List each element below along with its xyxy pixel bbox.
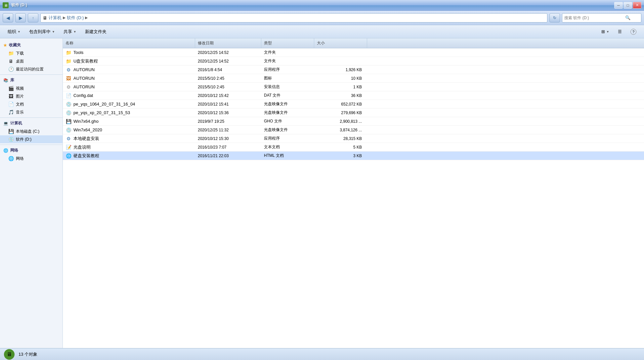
table-row[interactable]: 📁 U盘安装教程 2020/12/25 14:52 文件夹 [63, 57, 644, 66]
organize-label: 组织 [8, 29, 16, 35]
view-arrow: ▼ [606, 30, 609, 33]
file-date: 2020/12/25 14:52 [195, 59, 261, 64]
folder-icon-downloads: 📁 [8, 50, 14, 56]
file-name: Win7x64_2020 [73, 127, 102, 132]
music-icon: 🎵 [8, 109, 14, 115]
include-library-label: 包含到库中 [29, 29, 51, 35]
table-row[interactable]: 📄 Config.dat 2020/10/12 15:42 DAT 文件 36 … [63, 91, 644, 100]
table-row[interactable]: 📁 Tools 2020/12/25 14:52 文件夹 [63, 48, 644, 57]
sidebar-item-desktop[interactable]: 🖥 桌面 [0, 57, 63, 65]
file-list-body: 📁 Tools 2020/12/25 14:52 文件夹 📁 U盘安装教程 20… [63, 48, 644, 348]
back-button[interactable]: ◀ [3, 13, 13, 22]
table-row[interactable]: 💾 Win7x64.gho 2019/9/7 19:25 GHO 文件 2,90… [63, 117, 644, 126]
file-name-cell: 📝 光盘说明 [63, 144, 195, 150]
file-size: 10 KB [314, 76, 367, 81]
file-name: pe_yqs_xp_20_07_31_15_53 [73, 110, 130, 115]
sidebar-item-pictures[interactable]: 🖼 图片 [0, 92, 63, 100]
table-row[interactable]: 💿 Win7x64_2020 2020/12/25 11:32 光盘映像文件 3… [63, 126, 644, 134]
computer-icon: 🖥 [43, 15, 47, 21]
library-section: 📚 库 🎬 视频 🖼 图片 📄 文档 🎵 音乐 [0, 76, 63, 116]
file-name-cell: ⚙ 本地硬盘安装 [63, 136, 195, 142]
network-header[interactable]: 🌐 网络 [0, 146, 63, 155]
maximize-button[interactable]: □ [623, 2, 632, 9]
breadcrumb-drive[interactable]: 软件 (D:) [67, 15, 84, 21]
file-name-cell: 📁 Tools [63, 50, 195, 56]
up-button[interactable]: ↑ [28, 13, 38, 22]
favorites-label: 收藏夹 [9, 42, 21, 48]
col-size[interactable]: 大小 [314, 38, 367, 48]
sidebar-item-music[interactable]: 🎵 音乐 [0, 108, 63, 116]
breadcrumb[interactable]: 🖥 计算机 ▶ 软件 (D:) ▶ [40, 13, 547, 22]
sidebar-item-d-drive[interactable]: 💿 软件 (D:) [0, 135, 63, 143]
library-header[interactable]: 📚 库 [0, 76, 63, 84]
file-date: 2016/10/23 7:07 [195, 145, 261, 150]
breadcrumb-sep2: ▶ [85, 16, 88, 20]
statusbar: 🖥 13 个对象 [0, 348, 644, 360]
include-library-button[interactable]: 包含到库中 ▼ [25, 27, 59, 37]
file-type: GHO 文件 [261, 118, 314, 124]
table-row[interactable]: 💿 pe_yqs_1064_20_07_31_16_04 2020/10/12 … [63, 100, 644, 109]
file-size: 3,874,126 ... [314, 128, 367, 132]
breadcrumb-sep1: ▶ [63, 16, 65, 20]
file-type: 光盘映像文件 [261, 101, 314, 107]
table-row[interactable]: ⚙ AUTORUN 2015/5/10 2:45 安装信息 1 KB [63, 83, 644, 91]
table-row[interactable]: ⚙ 本地硬盘安装 2020/10/12 15:30 应用程序 28,315 KB [63, 134, 644, 143]
organize-arrow: ▼ [18, 30, 21, 33]
sidebar-item-video[interactable]: 🎬 视频 [0, 84, 63, 92]
file-date: 2016/1/8 4:54 [195, 68, 261, 72]
table-row[interactable]: ⚙ AUTORUN 2016/1/8 4:54 应用程序 1,926 KB [63, 66, 644, 74]
col-name[interactable]: 名称 [63, 38, 195, 48]
layout-button[interactable]: ☰ [614, 27, 625, 37]
file-name-cell: 💾 Win7x64.gho [63, 118, 195, 124]
col-date[interactable]: 修改日期 [195, 38, 261, 48]
file-name-cell: 📁 U盘安装教程 [63, 58, 195, 64]
table-row[interactable]: 🌐 硬盘安装教程 2016/11/21 22:03 HTML 文档 3 KB [63, 152, 644, 160]
pictures-label: 图片 [16, 94, 24, 99]
file-name: 硬盘安装教程 [73, 153, 99, 159]
window-title: 软件 (D:) [11, 2, 27, 8]
computer-header[interactable]: 💻 计算机 [0, 119, 63, 127]
favorites-header[interactable]: ★ 收藏夹 [0, 41, 63, 49]
organize-button[interactable]: 组织 ▼ [4, 27, 24, 37]
help-button[interactable]: ? [627, 27, 640, 37]
view-button[interactable]: ⊞ ▼ [598, 27, 613, 37]
library-label: 库 [10, 77, 14, 83]
file-name-cell: 📄 Config.dat [63, 93, 195, 99]
file-date: 2020/10/12 15:30 [195, 136, 261, 141]
c-drive-icon: 💾 [8, 128, 14, 134]
sidebar-item-downloads[interactable]: 📁 下载 [0, 49, 63, 57]
forward-button[interactable]: ▶ [15, 13, 26, 22]
table-row[interactable]: 💿 pe_yqs_xp_20_07_31_15_53 2020/10/12 15… [63, 109, 644, 117]
sidebar-item-documents[interactable]: 📄 文档 [0, 100, 63, 108]
minimize-button[interactable]: ─ [614, 2, 623, 9]
documents-label: 文档 [16, 102, 24, 107]
titlebar: 🖥 软件 (D:) ─ □ ✕ [0, 0, 644, 11]
file-type: 应用程序 [261, 136, 314, 141]
file-name: pe_yqs_1064_20_07_31_16_04 [73, 102, 135, 107]
refresh-button[interactable]: ↻ [549, 13, 560, 22]
sidebar-item-recent[interactable]: 🕐 最近访问的位置 [0, 65, 63, 73]
app-icon: ⚙ [65, 67, 71, 73]
file-name-cell: 💿 Win7x64_2020 [63, 127, 195, 133]
html-icon: 🌐 [65, 153, 71, 159]
favorites-section: ★ 收藏夹 📁 下载 🖥 桌面 🕐 最近访问的位置 [0, 41, 63, 73]
table-row[interactable]: 🖼 AUTORUN 2015/5/10 2:45 图标 10 KB [63, 74, 644, 83]
window-controls: ─ □ ✕ [614, 2, 641, 9]
new-folder-button[interactable]: 新建文件夹 [81, 27, 110, 37]
desktop-label: 桌面 [16, 59, 24, 64]
sidebar-item-c-drive[interactable]: 💾 本地磁盘 (C:) [0, 127, 63, 135]
share-button[interactable]: 共享 ▼ [60, 27, 80, 37]
breadcrumb-computer[interactable]: 计算机 [49, 15, 62, 21]
col-type[interactable]: 类型 [261, 38, 314, 48]
search-input[interactable] [564, 16, 624, 20]
file-size: 2,900,813 ... [314, 119, 367, 124]
table-row[interactable]: 📝 光盘说明 2016/10/23 7:07 文本文档 5 KB [63, 143, 644, 152]
file-pane: 名称 修改日期 类型 大小 📁 Tools 2020/12/25 14:52 文… [63, 38, 644, 348]
dat-icon: 📄 [65, 93, 71, 99]
sidebar-item-network[interactable]: 🌐 网络 [0, 155, 63, 162]
iso-icon: 💿 [65, 127, 71, 133]
search-bar[interactable]: 🔍 [562, 13, 641, 22]
music-label: 音乐 [16, 110, 24, 115]
folder-icon: 📁 [65, 50, 71, 56]
close-button[interactable]: ✕ [633, 2, 641, 9]
